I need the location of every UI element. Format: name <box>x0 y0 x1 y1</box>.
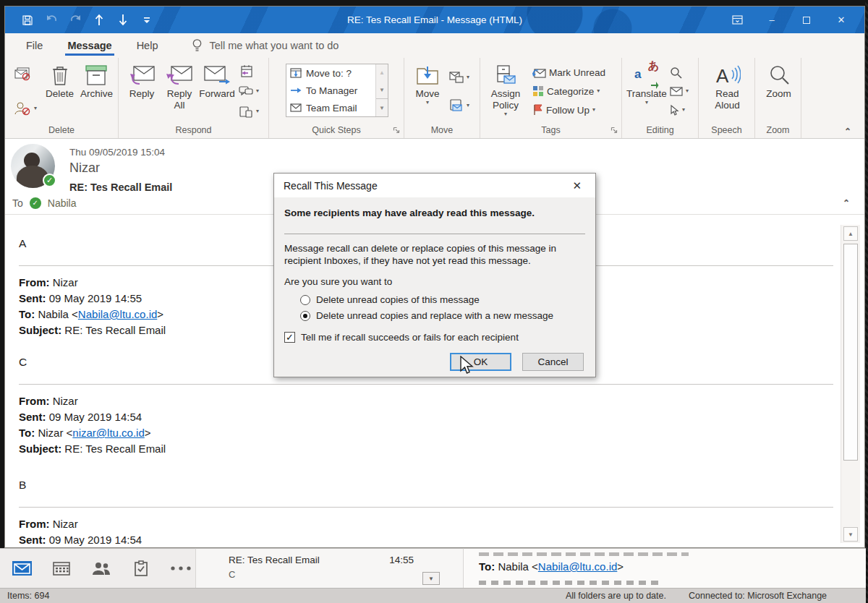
main-window-bottom: RE: Tes Recall Email 14:55 C ▼ To: Nabil… <box>0 548 866 588</box>
translate-icon: a あ <box>634 62 659 88</box>
quick-steps-dialog-launcher-icon[interactable] <box>393 127 401 135</box>
tab-file[interactable]: File <box>14 33 55 58</box>
quick-step-move-to[interactable]: Move to: ? <box>286 64 375 82</box>
forward-button[interactable]: Forward <box>198 60 236 124</box>
list-item-time: 14:55 <box>389 555 414 565</box>
find-button[interactable] <box>668 64 690 80</box>
tab-help[interactable]: Help <box>124 33 171 58</box>
read-aloud-button[interactable]: A Read Aloud <box>709 60 746 124</box>
tasks-nav-icon[interactable] <box>129 557 153 579</box>
tab-message[interactable]: Message <box>55 33 124 58</box>
tags-dialog-launcher-icon[interactable] <box>610 127 619 135</box>
archive-button[interactable]: Archive <box>78 60 115 124</box>
from-line: From: Nizar <box>19 393 821 409</box>
follow-up-button[interactable]: Follow Up ▾ <box>531 102 607 118</box>
bracket: > <box>157 308 163 320</box>
translate-button[interactable]: a あ Translate ▾ <box>626 60 667 124</box>
email-link[interactable]: Nabila@ltu.co.id <box>78 308 157 320</box>
close-button[interactable]: ✕ <box>824 7 859 33</box>
move-button[interactable]: Move ▾ <box>409 60 446 124</box>
quick-step-label: Move to: ? <box>306 68 352 79</box>
quick-step-to-manager[interactable]: To Manager <box>286 82 375 99</box>
recall-dialog: Recall This Message ✕ Some recipients ma… <box>273 173 596 377</box>
trash-icon <box>51 62 69 88</box>
ribbon-group-tags: Assign Policy ▾ Mark Unread Categorize ▾ <box>480 58 622 138</box>
assign-policy-button[interactable]: Assign Policy ▾ <box>485 60 527 124</box>
minimize-button[interactable]: – <box>754 7 789 33</box>
clipped-text-line <box>479 581 660 585</box>
from-label: From: <box>19 276 50 288</box>
reply-all-button[interactable]: Reply All <box>161 60 198 124</box>
group-label-tags: Tags <box>480 124 621 138</box>
undo-icon[interactable] <box>45 14 58 27</box>
next-item-icon[interactable] <box>116 14 129 27</box>
to-label: To <box>12 197 23 209</box>
more-nav-icon[interactable] <box>169 557 193 579</box>
sent-label: Sent: <box>19 411 46 423</box>
quick-actions-button[interactable]: ▾ <box>448 98 471 114</box>
quick-steps-scroll[interactable]: ▲ ▼ ▼ <box>375 64 388 116</box>
quick-step-team-email[interactable]: Team Email <box>286 99 375 116</box>
more-respond-actions-button[interactable]: ▾ <box>237 103 260 119</box>
forward-label: Forward <box>199 88 235 100</box>
maximize-button[interactable] <box>789 7 824 33</box>
customize-qat-icon[interactable] <box>140 14 153 27</box>
redo-icon[interactable] <box>69 14 82 27</box>
junk-button[interactable]: ▾ <box>12 100 38 116</box>
scrollbar-thumb[interactable] <box>843 244 858 461</box>
checkbox-checked-icon[interactable]: ✓ <box>284 332 295 343</box>
message-sender[interactable]: Nizar <box>69 161 100 176</box>
email-link[interactable]: nizar@ltu.co.id <box>72 427 144 439</box>
recipient-row: To ✓ Nabila <box>12 197 77 209</box>
collapse-ribbon-icon[interactable]: ⌃ <box>844 127 851 137</box>
cancel-button[interactable]: Cancel <box>522 353 584 371</box>
status-connection-text: Connected to: Microsoft Exchange <box>689 591 827 601</box>
related-button[interactable]: ▾ <box>668 83 690 99</box>
save-icon[interactable] <box>21 14 34 27</box>
meeting-button[interactable] <box>237 63 260 79</box>
tell-me-box[interactable]: Tell me what you want to do <box>192 38 339 53</box>
ribbon-display-options-icon[interactable] <box>720 7 754 33</box>
delete-button[interactable]: Delete <box>41 60 78 124</box>
categorize-button[interactable]: Categorize ▾ <box>531 83 607 99</box>
previous-item-icon[interactable] <box>93 14 106 27</box>
radio-delete-and-replace[interactable]: Delete unread copies and replace with a … <box>300 310 585 321</box>
message-list: RE: Tes Recall Email 14:55 C ▼ <box>195 548 463 588</box>
select-button[interactable]: ▾ <box>668 102 690 118</box>
mail-nav-icon[interactable] <box>9 557 34 579</box>
group-label-speech: Speech <box>699 124 754 138</box>
radio-delete-copies[interactable]: Delete unread copies of this message <box>300 294 585 305</box>
team-email-icon <box>290 103 302 112</box>
body-text: B <box>19 477 821 493</box>
archive-label: Archive <box>80 88 113 100</box>
move-to-icon <box>290 68 302 78</box>
collapse-header-icon[interactable]: ⌃ <box>843 198 850 208</box>
calendar-nav-icon[interactable] <box>49 557 74 579</box>
checkbox-tell-me[interactable]: ✓ Tell me if recall succeeds or fails fo… <box>284 332 585 343</box>
scroll-up-icon[interactable]: ▲ <box>843 226 858 241</box>
mark-unread-button[interactable]: Mark Unread <box>531 64 607 80</box>
list-item-dropdown-icon[interactable]: ▼ <box>422 572 440 585</box>
ribbon-tab-row: File Message Help Tell me what you want … <box>5 33 864 58</box>
checkbox-label: Tell me if recall succeeds or fails for … <box>301 332 519 343</box>
reply-button[interactable]: Reply <box>123 60 161 124</box>
im-button[interactable]: ▾ <box>237 83 260 99</box>
people-nav-icon[interactable] <box>89 557 114 579</box>
recipient-name[interactable]: Nabila <box>48 197 77 209</box>
email-link[interactable]: Nabila@ltu.co.id <box>538 560 617 573</box>
dialog-options: Delete unread copies of this message Del… <box>300 294 585 321</box>
rules-button[interactable]: ▾ <box>448 69 471 85</box>
group-label-zoom: Zoom <box>755 124 801 138</box>
move-folder-icon <box>416 62 439 88</box>
ignore-button[interactable] <box>12 66 38 82</box>
list-item-subject[interactable]: RE: Tes Recall Email <box>229 555 320 565</box>
dialog-close-icon[interactable]: ✕ <box>568 178 586 194</box>
body-scrollbar[interactable]: ▲ ▼ <box>841 225 860 543</box>
scroll-down-icon[interactable]: ▼ <box>843 527 858 542</box>
bracket: > <box>145 427 151 439</box>
radio-unselected-icon[interactable] <box>300 295 310 305</box>
sent-value: 09 May 2019 14:55 <box>49 292 142 304</box>
radio-selected-icon[interactable] <box>300 311 310 321</box>
zoom-button[interactable]: Zoom <box>760 60 798 124</box>
reply-icon <box>128 62 156 88</box>
